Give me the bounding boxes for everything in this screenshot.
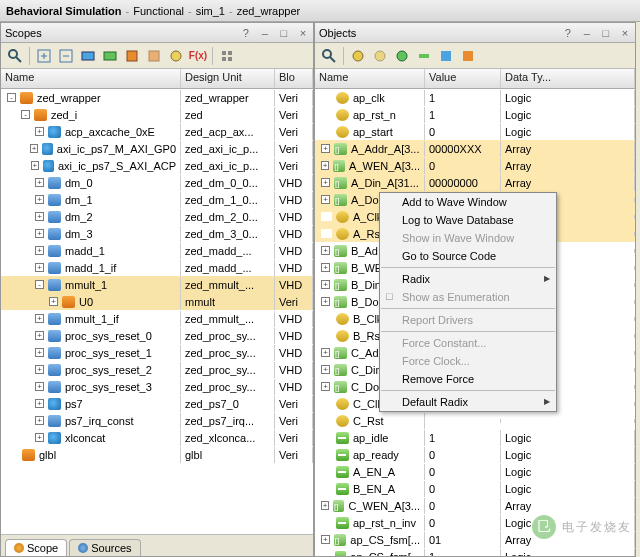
close-icon[interactable]: × [619,27,631,39]
help-icon[interactable]: ? [562,27,574,39]
menu-default-radix[interactable]: Default Radix [380,393,556,411]
expand-toggle-icon[interactable]: + [35,263,44,272]
tree-row[interactable]: +proc_sys_reset_0zed_proc_sy...VHD [1,327,313,344]
tree-row[interactable]: +A_Din_A[31...00000000Array [315,174,635,191]
tree-row[interactable]: -mmult_1zed_mmult_...VHD [1,276,313,293]
tree-row[interactable]: +ps7zed_ps7_0Veri [1,395,313,412]
menu-remove-force[interactable]: Remove Force [380,370,556,388]
expand-toggle-icon[interactable]: + [321,195,330,204]
tree-row[interactable]: +dm_3zed_dm_3_0...VHD [1,225,313,242]
col-value[interactable]: Value [425,69,501,88]
expand-toggle-icon[interactable]: + [31,161,39,170]
filter-inout-icon[interactable] [392,46,412,66]
objects-tree[interactable]: ap_clk1Logicap_rst_n1Logicap_start0Logic… [315,89,635,556]
tree-row[interactable]: -zed_izedVeri [1,106,313,123]
filter2-icon[interactable] [100,46,120,66]
tree-row[interactable]: ap_ready0Logic [315,446,635,463]
expand-toggle-icon[interactable]: + [35,348,44,357]
expand-toggle-icon[interactable]: + [321,535,330,544]
tree-row[interactable]: +acp_axcache_0xEzed_acp_ax...Veri [1,123,313,140]
tree-row[interactable]: +A_WEN_A[3...0Array [315,157,635,174]
tree-row[interactable]: +U0mmultVeri [1,293,313,310]
menu-force-constant[interactable]: Force Constant... [380,334,556,352]
filter4-icon[interactable] [144,46,164,66]
tree-row[interactable]: +madd_1_ifzed_madd_...VHD [1,259,313,276]
tree-row[interactable]: -zed_wrapperzed_wrapperVeri [1,89,313,106]
maximize-icon[interactable]: □ [278,27,290,39]
expand-toggle-icon[interactable]: + [35,127,44,136]
tree-row[interactable]: ap_clk1Logic [315,89,635,106]
menu-show-wave[interactable]: Show in Wave Window [380,229,556,247]
minimize-icon[interactable]: – [259,27,271,39]
expand-toggle-icon[interactable]: + [30,144,38,153]
tree-row[interactable]: +axi_ic_ps7_S_AXI_ACPzed_axi_ic_p...Veri [1,157,313,174]
expand-toggle-icon[interactable]: - [35,280,44,289]
expand-toggle-icon[interactable]: + [321,297,330,306]
tab-sources[interactable]: Sources [69,539,140,556]
menu-goto-source[interactable]: Go to Source Code [380,247,556,265]
expand-toggle-icon[interactable]: + [35,382,44,391]
expand-toggle-icon[interactable]: + [321,280,330,289]
tab-scope[interactable]: Scope [5,539,67,556]
search-icon[interactable] [319,46,339,66]
filter1-icon[interactable] [78,46,98,66]
expand-toggle-icon[interactable]: + [321,263,330,272]
tree-row[interactable]: B_EN_A0Logic [315,480,635,497]
filter-out-icon[interactable] [370,46,390,66]
close-icon[interactable]: × [297,27,309,39]
filter3-icon[interactable] [122,46,142,66]
menu-radix[interactable]: Radix [380,270,556,288]
expand-toggle-icon[interactable]: + [321,178,330,187]
tree-row[interactable]: +ps7_irq_constzed_ps7_irq...Veri [1,412,313,429]
tree-row[interactable]: +proc_sys_reset_1zed_proc_sy...VHD [1,344,313,361]
fx-icon[interactable]: F(x) [188,46,208,66]
tree-row[interactable]: +dm_0zed_dm_0_0...VHD [1,174,313,191]
scopes-tree[interactable]: -zed_wrapperzed_wrapperVeri-zed_izedVeri… [1,89,313,534]
tree-row[interactable]: +axi_ic_ps7_M_AXI_GP0zed_axi_ic_p...Veri [1,140,313,157]
filter5-icon[interactable] [166,46,186,66]
tree-row[interactable]: C_Rst [315,412,635,429]
expand-toggle-icon[interactable]: + [35,212,44,221]
settings-icon[interactable] [217,46,237,66]
filter-sig-icon[interactable] [414,46,434,66]
tree-row[interactable]: +madd_1zed_madd_...VHD [1,242,313,259]
tree-row[interactable]: ap_rst_n1Logic [315,106,635,123]
col-block[interactable]: Blo [275,69,313,88]
collapse-icon[interactable] [56,46,76,66]
tree-row[interactable]: ap_idle1Logic [315,429,635,446]
filter-const-icon[interactable] [436,46,456,66]
help-icon[interactable]: ? [240,27,252,39]
expand-toggle-icon[interactable]: + [321,501,329,510]
expand-toggle-icon[interactable]: + [321,144,330,153]
tree-row[interactable]: +proc_sys_reset_3zed_proc_sy...VHD [1,378,313,395]
filter-var-icon[interactable] [458,46,478,66]
expand-toggle-icon[interactable]: + [35,246,44,255]
filter-in-icon[interactable] [348,46,368,66]
tree-row[interactable]: glblglblVeri [1,446,313,463]
menu-log-wave[interactable]: Log to Wave Database [380,211,556,229]
expand-toggle-icon[interactable]: + [321,365,330,374]
expand-toggle-icon[interactable]: + [35,416,44,425]
menu-add-wave[interactable]: Add to Wave Window [380,193,556,211]
tree-row[interactable]: +dm_2zed_dm_2_0...VHD [1,208,313,225]
expand-toggle-icon[interactable]: + [35,331,44,340]
tree-row[interactable]: +C_WEN_A[3...0Array [315,497,635,514]
tree-row[interactable]: +proc_sys_reset_2zed_proc_sy...VHD [1,361,313,378]
search-icon[interactable] [5,46,25,66]
tree-row[interactable]: +A_Addr_A[3...00000XXXArray [315,140,635,157]
expand-toggle-icon[interactable]: + [321,348,330,357]
menu-show-enum[interactable]: Show as Enumeration [380,288,556,306]
expand-toggle-icon[interactable]: + [35,365,44,374]
expand-toggle-icon[interactable]: + [321,246,330,255]
expand-toggle-icon[interactable]: + [35,433,44,442]
expand-toggle-icon[interactable]: + [49,297,58,306]
expand-toggle-icon[interactable]: - [7,93,16,102]
tree-row[interactable]: +dm_1zed_dm_1_0...VHD [1,191,313,208]
expand-icon[interactable] [34,46,54,66]
expand-toggle-icon[interactable]: + [321,382,330,391]
tree-row[interactable]: A_EN_A0Logic [315,463,635,480]
col-design-unit[interactable]: Design Unit [181,69,275,88]
tree-row[interactable]: ap_CS_fsm[...1Logic [315,548,635,556]
expand-toggle-icon[interactable]: + [35,314,44,323]
expand-toggle-icon[interactable]: + [35,229,44,238]
